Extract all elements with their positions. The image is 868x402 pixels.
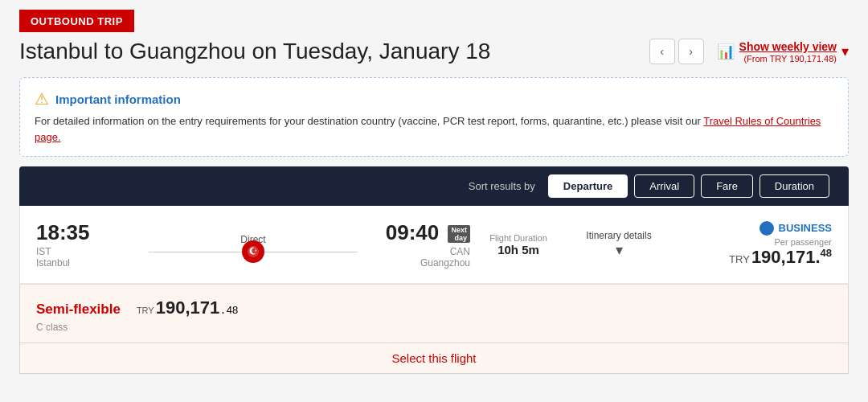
sort-arrival-button[interactable]: Arrival [634, 174, 694, 198]
price-main: 190,171 [751, 247, 816, 267]
depart-code: IST [36, 246, 141, 257]
sort-bar: Sort results by Departure Arrival Fare D… [19, 166, 849, 206]
chart-icon: 📊 [717, 43, 735, 60]
business-dot-icon [760, 221, 774, 236]
fare-price-row: TRY 190,171.48 [137, 297, 238, 318]
sort-fare-button[interactable]: Fare [701, 174, 753, 198]
departure-section: 18:35 IST Istanbul [36, 220, 141, 269]
nav-arrows: ‹ › [649, 39, 704, 64]
important-info-box: ⚠ Important information For detailed inf… [19, 77, 849, 157]
next-date-button[interactable]: › [678, 39, 704, 64]
weekly-view-label: Show weekly view [739, 40, 837, 53]
flight-duration-value: 10h 5m [483, 243, 554, 256]
fare-header: Semi-flexible TRY 190,171.48 [36, 297, 832, 318]
fare-price-main: 190,171 [156, 297, 220, 318]
chevron-down-icon: ▾ [841, 43, 849, 60]
warning-icon: ⚠ [35, 89, 49, 109]
info-title: Important information [55, 92, 181, 106]
price-sup: 48 [821, 247, 832, 259]
arrive-code: CAN [366, 246, 470, 257]
next-day-badge: Nextday [448, 225, 470, 243]
airline-logo [242, 240, 264, 263]
select-flight-button[interactable]: Select this flight [20, 343, 848, 373]
fare-currency: TRY [137, 306, 154, 315]
info-header: ⚠ Important information [35, 89, 833, 109]
itinerary-section[interactable]: Itinerary details ▾ [567, 230, 671, 259]
cabin-class-label: BUSINESS [779, 222, 832, 234]
route-line [149, 252, 358, 252]
per-passenger-label: Per passenger [684, 237, 832, 247]
depart-city: Istanbul [36, 257, 141, 269]
fare-name: Semi-flexible [36, 302, 121, 318]
arrive-time: 09:40 Nextday [366, 220, 470, 245]
price-section: BUSINESS Per passenger TRY190,171.48 [671, 221, 832, 268]
weekly-view-link[interactable]: 📊 Show weekly view (From TRY 190,171.48)… [717, 39, 849, 64]
fare-options-section: Semi-flexible TRY 190,171.48 C class Sel… [19, 285, 849, 374]
route-section: Direct [141, 234, 366, 256]
title-row: Istanbul to Guangzhou on Tuesday, Januar… [0, 32, 868, 74]
price-currency: TRY [729, 253, 750, 265]
flight-main-row: 18:35 IST Istanbul Direct 09:40 [20, 206, 848, 284]
outbound-bar: OUTBOUND TRIP [19, 10, 134, 32]
itinerary-label: Itinerary details [567, 230, 671, 241]
page-title: Istanbul to Guangzhou on Tuesday, Januar… [19, 39, 637, 64]
flight-price: TRY190,171.48 [684, 247, 832, 268]
info-text: For detailed information on the entry re… [35, 113, 833, 145]
sort-duration-button[interactable]: Duration [760, 174, 829, 198]
arrival-section: 09:40 Nextday CAN Guangzhou [366, 220, 470, 269]
flight-duration-label: Flight Duration [483, 233, 554, 243]
sort-label: Sort results by [469, 180, 535, 192]
sort-departure-button[interactable]: Departure [548, 174, 628, 198]
flight-duration-section: Flight Duration 10h 5m [470, 233, 567, 256]
weekly-view-sublabel: (From TRY 190,171.48) [739, 54, 837, 64]
prev-date-button[interactable]: ‹ [649, 39, 675, 64]
arrive-city: Guangzhou [366, 257, 470, 269]
depart-time: 18:35 [36, 220, 141, 245]
cabin-class-badge: BUSINESS [684, 221, 832, 236]
flight-card: 18:35 IST Istanbul Direct 09:40 [19, 206, 849, 285]
fare-class-label: C class [36, 322, 832, 333]
itinerary-chevron-icon[interactable]: ▾ [567, 241, 671, 259]
outbound-label: OUTBOUND TRIP [31, 15, 123, 27]
fare-price-sup: 48 [227, 304, 238, 316]
